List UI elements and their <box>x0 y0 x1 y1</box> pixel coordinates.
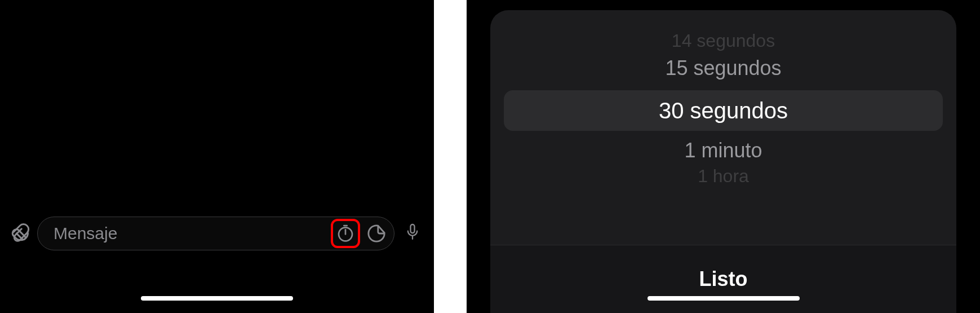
timer-button-highlight <box>331 219 360 248</box>
done-button[interactable]: Listo <box>490 245 956 313</box>
message-placeholder: Mensaje <box>54 224 324 243</box>
picker-scroll[interactable]: 14 segundos 15 segundos 30 segundos 1 mi… <box>490 10 956 245</box>
message-input-container[interactable]: Mensaje <box>37 217 394 250</box>
picker-option[interactable]: 15 segundos <box>490 56 956 80</box>
microphone-icon[interactable] <box>405 222 424 245</box>
timer-picker-panel: 14 segundos 15 segundos 30 segundos 1 mi… <box>467 0 980 313</box>
attach-icon[interactable] <box>10 223 30 244</box>
svg-rect-3 <box>411 224 415 233</box>
picker-sheet: 14 segundos 15 segundos 30 segundos 1 mi… <box>490 10 956 313</box>
sticker-icon[interactable] <box>367 224 386 243</box>
input-bar: Mensaje <box>10 217 424 250</box>
picker-option[interactable]: 14 segundos <box>490 30 956 51</box>
picker-option[interactable]: 1 minuto <box>490 139 956 162</box>
timer-icon[interactable] <box>336 224 354 243</box>
home-indicator[interactable] <box>141 296 293 301</box>
picker-option[interactable]: 1 hora <box>490 166 956 187</box>
picker-option-selected[interactable]: 30 segundos <box>504 90 943 131</box>
chat-panel: Mensaje <box>0 0 434 313</box>
panel-gap <box>434 0 467 313</box>
home-indicator[interactable] <box>648 296 800 301</box>
